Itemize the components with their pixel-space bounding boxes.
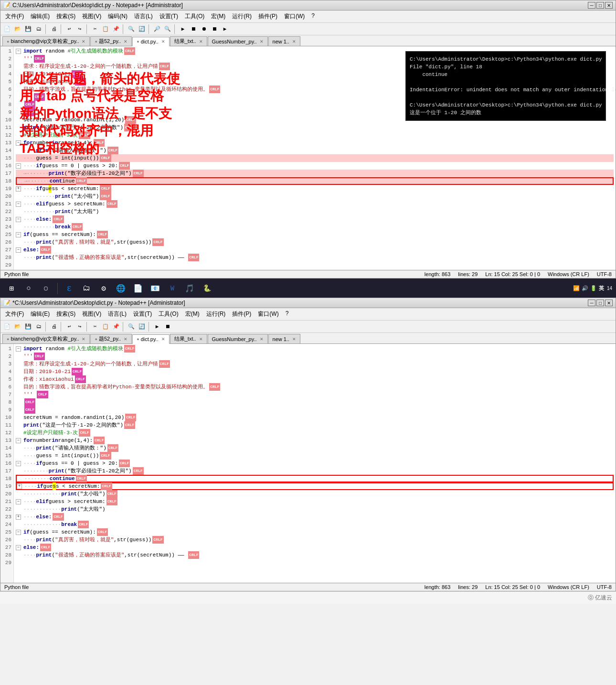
close-button-2[interactable]: ✕: [605, 300, 613, 306]
maximize-button-2[interactable]: □: [596, 300, 604, 306]
menu-lang-1[interactable]: 语言(L): [131, 11, 156, 21]
fold-23[interactable]: −: [16, 217, 21, 222]
fold-25[interactable]: −: [16, 232, 21, 237]
fold-16[interactable]: −: [16, 163, 21, 169]
open-btn-2[interactable]: 📂: [13, 322, 22, 332]
fold-27[interactable]: −: [16, 247, 21, 253]
menu-window-2[interactable]: 窗口(W): [255, 309, 281, 319]
macro-play-btn-1[interactable]: ▶: [220, 24, 230, 34]
tab-result-2[interactable]: 结果_txt..✕: [170, 334, 207, 343]
menu-run-1[interactable]: 运行(R): [229, 11, 255, 21]
fold-21[interactable]: −: [16, 202, 21, 207]
replace-btn-1[interactable]: 🔄: [137, 24, 147, 34]
run-btn-1[interactable]: ▶: [178, 24, 188, 34]
menu-file-1[interactable]: 文件(F): [2, 11, 27, 21]
task-view-button[interactable]: ▢: [38, 281, 53, 296]
tab-result-1[interactable]: 结果_txt..✕: [170, 36, 207, 46]
menu-window-1[interactable]: 窗口(W): [281, 11, 308, 21]
run-stop-btn-1[interactable]: ⏹: [189, 24, 198, 34]
menu-macro-1[interactable]: 宏(M): [208, 11, 228, 21]
lang-indicator[interactable]: 英: [599, 285, 604, 292]
network-icon[interactable]: 📶: [573, 285, 580, 291]
redo-btn-2[interactable]: ↪: [75, 322, 85, 332]
zoom-in-btn-1[interactable]: 🔎: [152, 24, 162, 34]
fold-13[interactable]: −: [16, 140, 21, 146]
run-btn-2[interactable]: ▶: [152, 322, 162, 332]
print-btn-2[interactable]: 🖨: [49, 322, 59, 332]
save-btn-1[interactable]: 💾: [23, 24, 33, 34]
search-button[interactable]: ○: [21, 281, 36, 296]
menu-encode-1[interactable]: 编码(N): [105, 11, 130, 21]
notepad-taskbar-icon[interactable]: 📄: [130, 281, 146, 296]
python-icon[interactable]: 🐍: [199, 281, 214, 296]
macro-btn-1[interactable]: ⏺: [199, 24, 209, 34]
menu-help-2[interactable]: ?: [283, 309, 292, 319]
menu-run-2[interactable]: 运行(R): [203, 309, 229, 319]
tab-guess-2[interactable]: GuessNumber_py..✕: [208, 334, 268, 343]
find-btn-2[interactable]: 🔍: [127, 322, 136, 332]
replace-btn-2[interactable]: 🔄: [137, 322, 147, 332]
menu-plugin-1[interactable]: 插件(P): [255, 11, 280, 21]
menu-plugin-2[interactable]: 插件(P): [229, 309, 254, 319]
run-stop-btn-2[interactable]: ⏹: [163, 322, 172, 332]
menu-help-1[interactable]: ?: [308, 11, 318, 21]
fold-19[interactable]: +: [16, 186, 21, 192]
tab-dict-2[interactable]: ●dict.py..✕: [132, 334, 170, 344]
close-button-1[interactable]: ✕: [605, 2, 613, 9]
minimize-button-2[interactable]: ─: [588, 300, 595, 306]
explorer-icon[interactable]: 🗂: [79, 281, 94, 296]
code-area-2[interactable]: − import random #引入生成随机数的模块CRLF '''CRLF …: [14, 344, 616, 583]
globe-icon[interactable]: 🌐: [113, 281, 128, 296]
paste-btn-1[interactable]: 📌: [111, 24, 121, 34]
menu-tools-1[interactable]: 工具(O): [182, 11, 207, 21]
tab-biancheng-2[interactable]: ●biancheng@vip文章检索_py..✕: [2, 334, 90, 343]
tab-52-1[interactable]: ●题52_py..✕: [90, 36, 132, 46]
menu-search-1[interactable]: 搜索(S): [53, 11, 78, 21]
battery-icon[interactable]: 🔋: [590, 285, 597, 291]
edge-icon[interactable]: ε: [62, 281, 77, 296]
start-button[interactable]: ⊞: [4, 281, 19, 296]
word-icon[interactable]: W: [165, 281, 180, 296]
fold-1[interactable]: −: [16, 49, 21, 54]
minimize-button-1[interactable]: ─: [588, 2, 595, 9]
open-btn-1[interactable]: 📂: [13, 24, 22, 34]
save-all-btn-2[interactable]: 🗂: [34, 322, 43, 332]
undo-btn-2[interactable]: ↩: [64, 322, 74, 332]
time-display[interactable]: 14: [607, 286, 612, 291]
menu-file-2[interactable]: 文件(F): [2, 309, 27, 319]
tab-new1-2[interactable]: new 1..✕: [268, 334, 300, 343]
new-btn-2[interactable]: 📄: [2, 322, 12, 332]
print-btn-1[interactable]: 🖨: [49, 24, 59, 34]
cut-btn-1[interactable]: ✂: [90, 24, 100, 34]
undo-btn-1[interactable]: ↩: [64, 24, 74, 34]
copy-btn-1[interactable]: 📋: [101, 24, 110, 34]
settings-icon[interactable]: ⚙: [96, 281, 111, 296]
copy-btn-2[interactable]: 📋: [101, 322, 110, 332]
maximize-button-1[interactable]: □: [596, 2, 604, 9]
menu-settings-2[interactable]: 设置(T): [130, 309, 155, 319]
macro-stop-btn-1[interactable]: ⏹: [210, 24, 219, 34]
find-btn-1[interactable]: 🔍: [127, 24, 136, 34]
music-icon[interactable]: 🎵: [182, 281, 197, 296]
tab-52-2[interactable]: ●题52_py..✕: [90, 334, 132, 343]
cut-btn-2[interactable]: ✂: [90, 322, 100, 332]
redo-btn-1[interactable]: ↪: [75, 24, 85, 34]
volume-icon[interactable]: 🔊: [582, 285, 588, 291]
menu-view-2[interactable]: 视图(V): [79, 309, 104, 319]
paste-btn-2[interactable]: 📌: [111, 322, 121, 332]
mail-icon[interactable]: 📧: [148, 281, 163, 296]
menu-edit-2[interactable]: 编辑(E): [28, 309, 53, 319]
new-btn-1[interactable]: 📄: [2, 24, 12, 34]
menu-settings-1[interactable]: 设置(T): [157, 11, 181, 21]
menu-edit-1[interactable]: 编辑(E): [28, 11, 53, 21]
menu-tools-2[interactable]: 工具(O): [156, 309, 181, 319]
tab-guess-1[interactable]: GuessNumber_py..✕: [208, 36, 268, 46]
save-btn-2[interactable]: 💾: [23, 322, 33, 332]
menu-search-2[interactable]: 搜索(S): [53, 309, 78, 319]
tab-new1-1[interactable]: new 1..✕: [268, 36, 300, 46]
tab-dict-1[interactable]: ●dict.py..✕: [132, 37, 170, 46]
tab-biancheng-1[interactable]: ●biancheng@vip文章检索_py..✕: [2, 36, 90, 46]
menu-lang-2[interactable]: 语言(L): [105, 309, 129, 319]
save-all-btn-1[interactable]: 🗂: [34, 24, 43, 34]
menu-view-1[interactable]: 视图(V): [79, 11, 104, 21]
